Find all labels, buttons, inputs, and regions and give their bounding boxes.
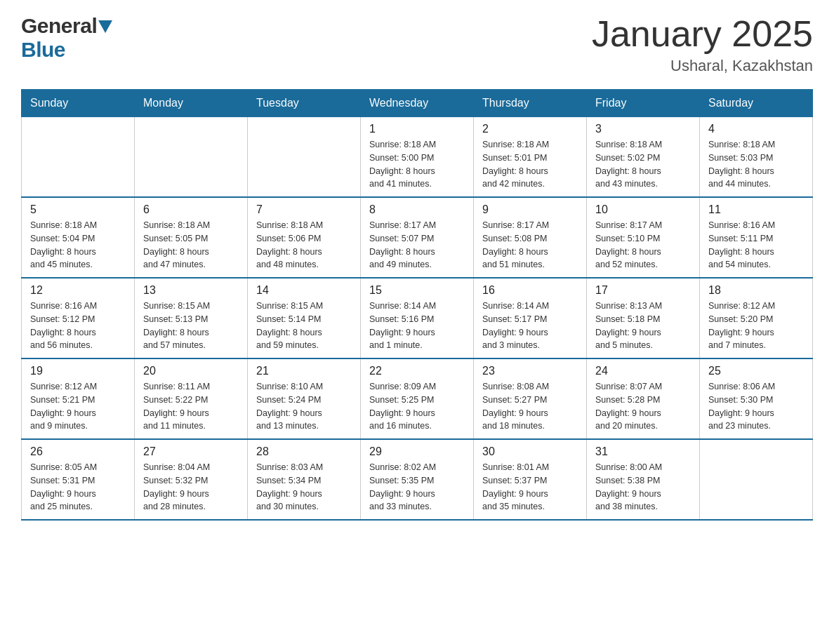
calendar-empty-cell [248, 117, 361, 198]
day-number: 9 [482, 203, 578, 216]
day-info: Sunrise: 8:09 AM Sunset: 5:25 PM Dayligh… [369, 380, 465, 433]
calendar-week-row: 5Sunrise: 8:18 AM Sunset: 5:04 PM Daylig… [22, 197, 813, 278]
calendar-day-21: 21Sunrise: 8:10 AM Sunset: 5:24 PM Dayli… [248, 358, 361, 439]
calendar-day-5: 5Sunrise: 8:18 AM Sunset: 5:04 PM Daylig… [22, 197, 135, 278]
day-info: Sunrise: 8:01 AM Sunset: 5:37 PM Dayligh… [482, 461, 578, 514]
day-number: 30 [482, 445, 578, 458]
day-info: Sunrise: 8:02 AM Sunset: 5:35 PM Dayligh… [369, 461, 465, 514]
day-info: Sunrise: 8:12 AM Sunset: 5:20 PM Dayligh… [708, 300, 804, 352]
calendar-day-26: 26Sunrise: 8:05 AM Sunset: 5:31 PM Dayli… [22, 439, 135, 520]
day-number: 19 [30, 365, 126, 377]
calendar-day-11: 11Sunrise: 8:16 AM Sunset: 5:11 PM Dayli… [700, 197, 813, 278]
day-info: Sunrise: 8:10 AM Sunset: 5:24 PM Dayligh… [256, 380, 352, 433]
day-number: 10 [595, 203, 691, 216]
calendar-header-saturday: Saturday [700, 90, 813, 117]
day-info: Sunrise: 8:18 AM Sunset: 5:06 PM Dayligh… [256, 219, 352, 271]
logo-general-text: General [21, 14, 97, 38]
calendar-day-4: 4Sunrise: 8:18 AM Sunset: 5:03 PM Daylig… [700, 117, 813, 198]
day-info: Sunrise: 8:18 AM Sunset: 5:03 PM Dayligh… [708, 138, 804, 191]
day-number: 2 [482, 123, 578, 135]
calendar-week-row: 1Sunrise: 8:18 AM Sunset: 5:00 PM Daylig… [22, 117, 813, 198]
day-info: Sunrise: 8:08 AM Sunset: 5:27 PM Dayligh… [482, 380, 578, 433]
calendar-day-1: 1Sunrise: 8:18 AM Sunset: 5:00 PM Daylig… [361, 117, 474, 198]
day-number: 5 [30, 203, 126, 216]
day-info: Sunrise: 8:17 AM Sunset: 5:10 PM Dayligh… [595, 219, 691, 271]
day-number: 22 [369, 365, 465, 377]
calendar-day-24: 24Sunrise: 8:07 AM Sunset: 5:28 PM Dayli… [587, 358, 700, 439]
day-number: 21 [256, 365, 352, 377]
day-info: Sunrise: 8:05 AM Sunset: 5:31 PM Dayligh… [30, 461, 126, 514]
day-info: Sunrise: 8:13 AM Sunset: 5:18 PM Dayligh… [595, 300, 691, 352]
calendar-day-14: 14Sunrise: 8:15 AM Sunset: 5:14 PM Dayli… [248, 278, 361, 358]
day-info: Sunrise: 8:18 AM Sunset: 5:01 PM Dayligh… [482, 138, 578, 191]
day-number: 23 [482, 365, 578, 377]
day-number: 1 [369, 123, 465, 135]
calendar-day-29: 29Sunrise: 8:02 AM Sunset: 5:35 PM Dayli… [361, 439, 474, 520]
calendar-day-19: 19Sunrise: 8:12 AM Sunset: 5:21 PM Dayli… [22, 358, 135, 439]
calendar-day-12: 12Sunrise: 8:16 AM Sunset: 5:12 PM Dayli… [22, 278, 135, 358]
day-number: 11 [708, 203, 804, 216]
title-section: January 2025 Usharal, Kazakhstan [592, 14, 813, 75]
calendar-day-23: 23Sunrise: 8:08 AM Sunset: 5:27 PM Dayli… [474, 358, 587, 439]
day-number: 26 [30, 445, 126, 458]
day-info: Sunrise: 8:07 AM Sunset: 5:28 PM Dayligh… [595, 380, 691, 433]
day-number: 24 [595, 365, 691, 377]
day-info: Sunrise: 8:18 AM Sunset: 5:02 PM Dayligh… [595, 138, 691, 191]
day-number: 4 [708, 123, 804, 135]
day-number: 3 [595, 123, 691, 135]
location: Usharal, Kazakhstan [592, 57, 813, 75]
day-number: 29 [369, 445, 465, 458]
day-number: 13 [143, 284, 239, 297]
day-info: Sunrise: 8:04 AM Sunset: 5:32 PM Dayligh… [143, 461, 239, 514]
svg-marker-0 [98, 20, 112, 33]
day-number: 14 [256, 284, 352, 297]
calendar-day-8: 8Sunrise: 8:17 AM Sunset: 5:07 PM Daylig… [361, 197, 474, 278]
day-info: Sunrise: 8:03 AM Sunset: 5:34 PM Dayligh… [256, 461, 352, 514]
calendar-day-17: 17Sunrise: 8:13 AM Sunset: 5:18 PM Dayli… [587, 278, 700, 358]
calendar-day-20: 20Sunrise: 8:11 AM Sunset: 5:22 PM Dayli… [135, 358, 248, 439]
calendar-week-row: 12Sunrise: 8:16 AM Sunset: 5:12 PM Dayli… [22, 278, 813, 358]
day-info: Sunrise: 8:11 AM Sunset: 5:22 PM Dayligh… [143, 380, 239, 433]
calendar-header-wednesday: Wednesday [361, 90, 474, 117]
day-info: Sunrise: 8:18 AM Sunset: 5:05 PM Dayligh… [143, 219, 239, 271]
day-number: 31 [595, 445, 691, 458]
calendar-table: SundayMondayTuesdayWednesdayThursdayFrid… [21, 89, 813, 521]
calendar-empty-cell [22, 117, 135, 198]
day-number: 6 [143, 203, 239, 216]
day-info: Sunrise: 8:15 AM Sunset: 5:13 PM Dayligh… [143, 300, 239, 352]
day-info: Sunrise: 8:17 AM Sunset: 5:08 PM Dayligh… [482, 219, 578, 271]
day-info: Sunrise: 8:14 AM Sunset: 5:16 PM Dayligh… [369, 300, 465, 352]
calendar-header-row: SundayMondayTuesdayWednesdayThursdayFrid… [22, 90, 813, 117]
calendar-day-31: 31Sunrise: 8:00 AM Sunset: 5:38 PM Dayli… [587, 439, 700, 520]
day-info: Sunrise: 8:06 AM Sunset: 5:30 PM Dayligh… [708, 380, 804, 433]
logo: General Blue [21, 14, 112, 62]
logo-triangle-icon [98, 20, 112, 33]
day-number: 16 [482, 284, 578, 297]
day-info: Sunrise: 8:18 AM Sunset: 5:00 PM Dayligh… [369, 138, 465, 191]
calendar-header-sunday: Sunday [22, 90, 135, 117]
calendar-day-30: 30Sunrise: 8:01 AM Sunset: 5:37 PM Dayli… [474, 439, 587, 520]
calendar-day-13: 13Sunrise: 8:15 AM Sunset: 5:13 PM Dayli… [135, 278, 248, 358]
day-number: 25 [708, 365, 804, 377]
day-info: Sunrise: 8:16 AM Sunset: 5:12 PM Dayligh… [30, 300, 126, 352]
calendar-day-28: 28Sunrise: 8:03 AM Sunset: 5:34 PM Dayli… [248, 439, 361, 520]
day-info: Sunrise: 8:12 AM Sunset: 5:21 PM Dayligh… [30, 380, 126, 433]
month-title: January 2025 [592, 14, 813, 54]
day-number: 8 [369, 203, 465, 216]
logo-blue-text: Blue [21, 38, 65, 61]
calendar-day-18: 18Sunrise: 8:12 AM Sunset: 5:20 PM Dayli… [700, 278, 813, 358]
calendar-header-thursday: Thursday [474, 90, 587, 117]
calendar-day-10: 10Sunrise: 8:17 AM Sunset: 5:10 PM Dayli… [587, 197, 700, 278]
calendar-day-2: 2Sunrise: 8:18 AM Sunset: 5:01 PM Daylig… [474, 117, 587, 198]
day-number: 18 [708, 284, 804, 297]
calendar-day-15: 15Sunrise: 8:14 AM Sunset: 5:16 PM Dayli… [361, 278, 474, 358]
page-header: General Blue January 2025 Usharal, Kazak… [21, 14, 813, 75]
calendar-day-16: 16Sunrise: 8:14 AM Sunset: 5:17 PM Dayli… [474, 278, 587, 358]
day-info: Sunrise: 8:17 AM Sunset: 5:07 PM Dayligh… [369, 219, 465, 271]
day-info: Sunrise: 8:00 AM Sunset: 5:38 PM Dayligh… [595, 461, 691, 514]
day-info: Sunrise: 8:18 AM Sunset: 5:04 PM Dayligh… [30, 219, 126, 271]
calendar-day-27: 27Sunrise: 8:04 AM Sunset: 5:32 PM Dayli… [135, 439, 248, 520]
calendar-day-22: 22Sunrise: 8:09 AM Sunset: 5:25 PM Dayli… [361, 358, 474, 439]
calendar-week-row: 19Sunrise: 8:12 AM Sunset: 5:21 PM Dayli… [22, 358, 813, 439]
day-number: 15 [369, 284, 465, 297]
